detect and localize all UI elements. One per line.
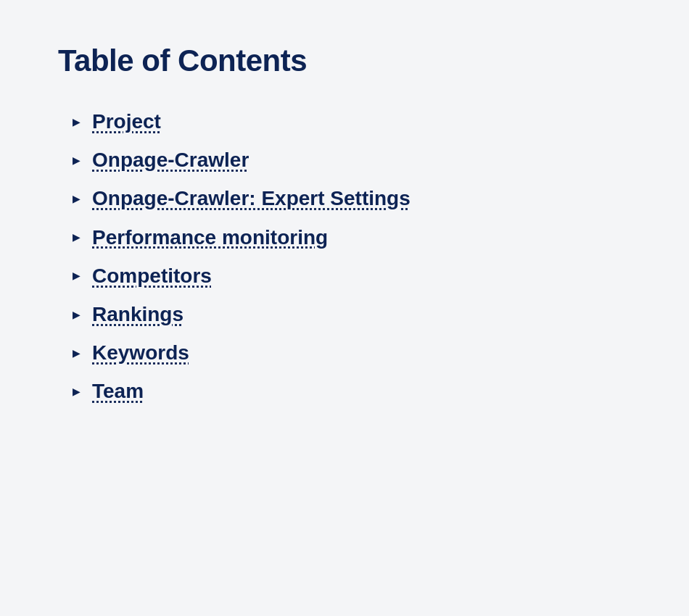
- toc-link-keywords[interactable]: Keywords: [92, 338, 189, 367]
- toc-link-competitors[interactable]: Competitors: [92, 262, 212, 290]
- chevron-right-icon: ▶: [73, 270, 81, 280]
- chevron-right-icon: ▶: [73, 232, 81, 242]
- chevron-right-icon: ▶: [73, 193, 81, 204]
- toc-link-onpage-crawler[interactable]: Onpage-Crawler: [92, 146, 249, 174]
- chevron-right-icon: ▶: [73, 155, 81, 165]
- page-title: Table of Contents: [58, 43, 631, 78]
- main-container: Table of Contents ▶Project▶Onpage-Crawle…: [0, 0, 689, 459]
- toc-item: ▶Performance monitoring: [73, 223, 631, 251]
- toc-link-onpage-crawler-expert[interactable]: Onpage-Crawler: Expert Settings: [92, 184, 410, 212]
- chevron-right-icon: ▶: [73, 309, 81, 320]
- toc-item: ▶Onpage-Crawler: [73, 146, 631, 174]
- toc-item: ▶Project: [73, 107, 631, 136]
- toc-link-performance-monitoring[interactable]: Performance monitoring: [92, 223, 328, 251]
- chevron-right-icon: ▶: [73, 386, 81, 396]
- toc-item: ▶Onpage-Crawler: Expert Settings: [73, 184, 631, 212]
- chevron-right-icon: ▶: [73, 348, 81, 358]
- toc-link-rankings[interactable]: Rankings: [92, 300, 183, 328]
- toc-item: ▶Keywords: [73, 338, 631, 367]
- toc-list: ▶Project▶Onpage-Crawler▶Onpage-Crawler: …: [73, 107, 631, 406]
- toc-item: ▶Rankings: [73, 300, 631, 328]
- chevron-right-icon: ▶: [73, 117, 81, 127]
- toc-link-project[interactable]: Project: [92, 107, 161, 136]
- toc-link-team[interactable]: Team: [92, 377, 144, 405]
- toc-item: ▶Team: [73, 377, 631, 405]
- toc-item: ▶Competitors: [73, 262, 631, 290]
